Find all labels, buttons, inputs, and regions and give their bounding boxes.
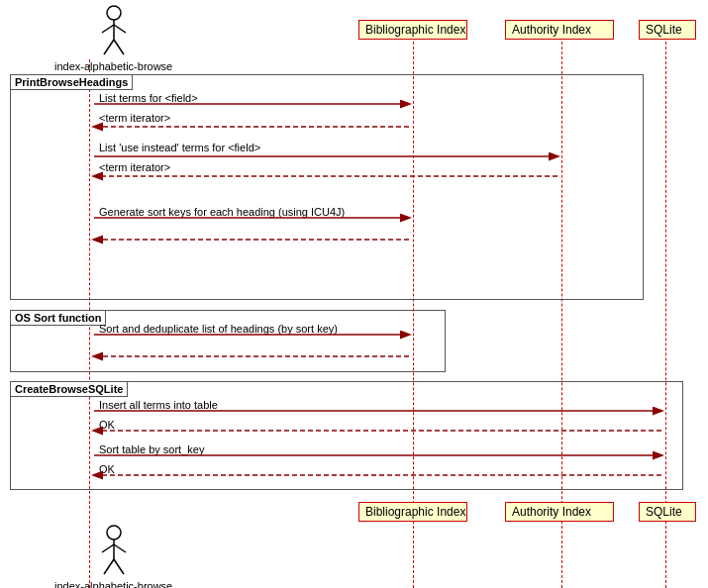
sqlite-box-bottom: SQLite [639,502,696,522]
frame-os-label: OS Sort function [10,310,106,326]
msg11-label: Sort table by sort_key [99,443,204,455]
msg2-label: <term iterator> [99,112,170,124]
svg-line-22 [104,559,114,574]
sqlite-box-top: SQLite [639,20,696,40]
sequence-diagram: index-alphabetic-browse Bibliographic In… [0,0,708,588]
actor-bottom-label: index-alphabetic-browse [54,580,172,588]
svg-line-21 [114,544,126,552]
svg-line-4 [104,40,114,54]
frame-print: PrintBrowseHeadings [10,74,644,300]
msg7-label: Sort and deduplicate list of headings (b… [99,323,338,335]
svg-line-2 [102,25,114,33]
frame-os: OS Sort function [10,310,446,372]
msg5-label: Generate sort keys for each heading (usi… [99,206,345,218]
msg10-label: OK [99,419,115,431]
svg-point-18 [107,526,121,539]
svg-line-20 [102,544,114,552]
actor-top-label: index-alphabetic-browse [54,60,172,72]
msg3-label: List 'use instead' terms for <field> [99,142,260,153]
authority-index-box-bottom: Authority Index [505,502,614,522]
authority-index-box-top: Authority Index [505,20,614,40]
frame-print-label: PrintBrowseHeadings [10,74,133,90]
actor-bottom: index-alphabetic-browse [54,525,172,588]
msg4-label: <term iterator> [99,161,170,173]
biblio-index-box-top: Bibliographic Index [358,20,467,40]
biblio-index-box-bottom: Bibliographic Index [358,502,467,522]
svg-line-23 [114,559,124,574]
msg9-label: Insert all terms into table [99,399,218,411]
svg-line-3 [114,25,126,33]
msg12-label: OK [99,463,115,475]
svg-line-5 [114,40,124,54]
frame-create-label: CreateBrowseSQLite [10,381,128,397]
svg-point-0 [107,6,121,20]
msg1-label: List terms for <field> [99,92,198,104]
actor-top: index-alphabetic-browse [54,5,172,72]
